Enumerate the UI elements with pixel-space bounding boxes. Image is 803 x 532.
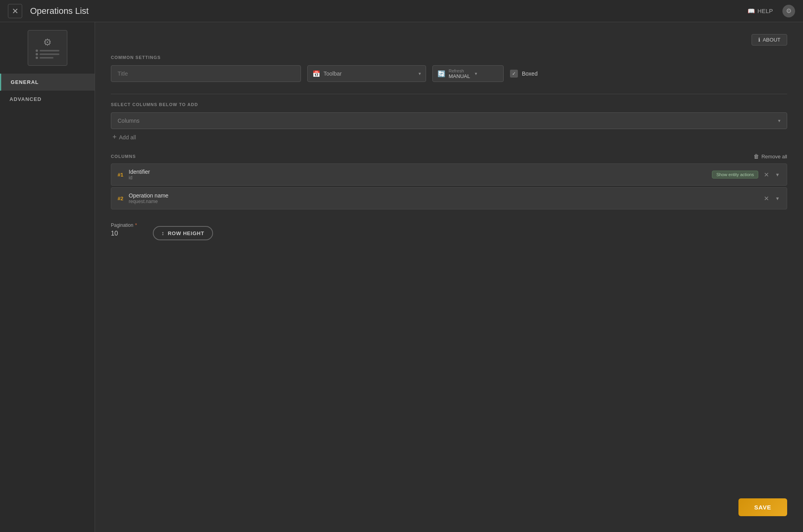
common-settings-row: 📅 Toolbar ▾ 🔄 Refresh MANUAL ▾ ✓ [111,65,787,82]
col-number-1: #1 [118,172,129,178]
tab-general[interactable]: GENERAL [0,74,95,91]
gear-icon: ⚙ [43,37,52,48]
refresh-text-block: Refresh MANUAL [449,68,470,79]
preview-line-short [40,57,53,59]
common-settings-section: COMMON SETTINGS 📅 Toolbar ▾ 🔄 Refresh MA… [111,55,787,82]
common-settings-label: COMMON SETTINGS [111,55,787,60]
divider [111,94,787,94]
main-layout: ⚙ GENERAL ADV [0,22,803,532]
calendar-icon: 📅 [312,70,320,78]
content-header-row: ℹ ABOUT [111,34,787,46]
about-button[interactable]: ℹ ABOUT [752,34,787,46]
save-button[interactable]: SAVE [738,498,787,516]
row-height-icon: ↕ [162,230,165,236]
col-name-2: Operation name [129,192,762,199]
add-all-label: Add all [119,134,136,141]
preview-row [36,53,59,55]
pagination-value: 10 [111,230,137,237]
title-input[interactable] [111,65,301,82]
nav-tabs: GENERAL ADVANCED [0,74,95,108]
help-button[interactable]: 📖 HELP [748,8,773,15]
refresh-value: MANUAL [449,73,470,79]
toolbar-chevron-icon: ▾ [419,71,421,76]
required-star: * [135,222,137,228]
close-icon: ✕ [12,6,19,16]
help-icon: 📖 [748,8,755,15]
col-field-1: id [129,175,712,180]
col-field-2: request.name [129,199,762,204]
columns-dropdown-arrow-icon: ▾ [778,118,780,124]
select-columns-section: SELECT COLUMNS BELOW TO ADD Columns ▾ + … [111,102,787,145]
content-area: ℹ ABOUT COMMON SETTINGS 📅 Toolbar ▾ 🔄 [95,22,803,532]
toolbar-select[interactable]: 📅 Toolbar ▾ [307,65,426,82]
columns-section-label: COLUMNS [111,154,136,159]
close-button[interactable]: ✕ [8,4,22,18]
preview-dot [36,49,38,52]
pagination-section: Pagination * 10 ↕ ROW HEIGHT [111,221,787,240]
user-avatar[interactable]: ⚙ [782,5,795,17]
columns-dropdown[interactable]: Columns ▾ [111,112,787,129]
col-actions-2: ✕ ▾ [762,194,780,203]
trash-icon: 🗑 [754,153,759,160]
pagination-field-block: Pagination * 10 [111,221,137,237]
refresh-select[interactable]: 🔄 Refresh MANUAL ▾ [432,65,504,82]
help-label: HELP [757,8,773,14]
refresh-chevron-icon: ▾ [475,71,477,76]
col-info-1: Identifier id [129,169,712,180]
tab-advanced[interactable]: ADVANCED [0,91,95,108]
toolbar-label: Toolbar [323,70,415,77]
user-icon: ⚙ [786,7,792,15]
col-info-2: Operation name request.name [129,192,762,204]
col-close-button-1[interactable]: ✕ [762,170,771,179]
widget-preview: ⚙ [28,30,67,66]
col-actions-1: Show entity actions ✕ ▾ [712,170,780,179]
column-row-2: #2 Operation name request.name ✕ ▾ [111,187,787,209]
preview-dot [36,53,38,55]
save-btn-container: SAVE [738,498,787,516]
check-icon: ✓ [512,71,516,76]
preview-dot [36,57,38,59]
preview-line [40,53,59,55]
about-label: ABOUT [763,37,780,43]
pagination-label-row: Pagination * [111,221,137,228]
col-close-button-2[interactable]: ✕ [762,194,771,203]
boxed-block: ✓ Boxed [510,70,538,78]
row-height-label: ROW HEIGHT [168,230,204,236]
add-all-plus-icon: + [112,133,117,141]
columns-header: COLUMNS 🗑 Remove all [111,153,787,160]
add-all-row[interactable]: + Add all [111,129,787,145]
header-right: 📖 HELP ⚙ [748,5,795,17]
col-expand-button-1[interactable]: ▾ [774,171,780,179]
header: ✕ Operations List 📖 HELP ⚙ [0,0,803,22]
column-row-1: #1 Identifier id Show entity actions ✕ ▾ [111,163,787,186]
columns-dropdown-label: Columns [118,118,778,124]
boxed-checkbox[interactable]: ✓ [510,70,518,78]
columns-section: COLUMNS 🗑 Remove all #1 Identifier id Sh… [111,153,787,209]
col-name-1: Identifier [129,169,712,175]
pagination-label: Pagination [111,222,133,228]
refresh-label: Refresh [449,68,470,73]
info-icon: ℹ [758,37,760,43]
col-expand-button-2[interactable]: ▾ [774,194,780,202]
select-columns-label: SELECT COLUMNS BELOW TO ADD [111,102,787,107]
row-height-button[interactable]: ↕ ROW HEIGHT [153,226,213,240]
remove-all-button[interactable]: 🗑 Remove all [754,153,787,160]
preview-rows [36,49,59,59]
refresh-icon: 🔄 [438,70,445,78]
show-entity-actions-badge[interactable]: Show entity actions [712,171,758,179]
save-label: SAVE [754,504,771,511]
remove-all-label: Remove all [761,154,787,160]
preview-line [40,50,59,51]
pagination-row: Pagination * 10 ↕ ROW HEIGHT [111,221,787,240]
boxed-label: Boxed [522,70,538,77]
preview-row [36,49,59,52]
preview-row [36,57,59,59]
page-title: Operations List [30,6,748,16]
col-number-2: #2 [118,196,129,201]
left-sidebar: ⚙ GENERAL ADV [0,22,95,532]
